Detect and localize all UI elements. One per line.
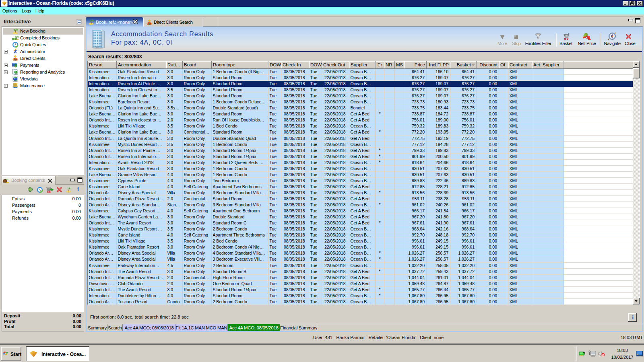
svg-text:$: $ <box>14 63 17 68</box>
